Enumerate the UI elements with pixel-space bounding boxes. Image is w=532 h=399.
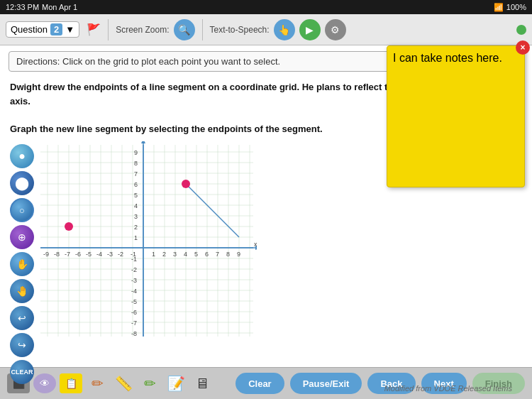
tool-clear[interactable]: CLEAR <box>10 360 34 384</box>
svg-text:1: 1 <box>134 234 138 241</box>
svg-text:-4: -4 <box>96 251 102 258</box>
svg-text:-6: -6 <box>75 251 81 258</box>
tts-section: Text-to-Speech: 👆 ▶ ⚙ <box>210 19 346 40</box>
svg-text:x: x <box>254 241 257 248</box>
question-number: 2 <box>50 23 62 35</box>
wifi-icon: 📶 <box>494 3 504 12</box>
svg-text:-6: -6 <box>131 309 137 316</box>
screen-zoom-section: Screen Zoom: 🔍 <box>116 19 194 40</box>
top-toolbar: Question 2 ▼ 🚩 Screen Zoom: 🔍 Text-to-Sp… <box>0 14 532 45</box>
svg-text:-3: -3 <box>107 251 113 258</box>
flag-icon[interactable]: 🚩 <box>87 23 101 36</box>
svg-line-78 <box>186 184 239 237</box>
tool-redo[interactable]: ↪ <box>10 333 34 357</box>
toolbar-divider-1 <box>108 19 109 40</box>
svg-text:7: 7 <box>216 251 219 258</box>
svg-text:-1: -1 <box>131 256 137 263</box>
question-label: Question <box>11 24 48 35</box>
question-selector[interactable]: Question 2 ▼ <box>6 21 79 38</box>
svg-text:1: 1 <box>152 251 155 258</box>
attribution: Modified from VDOE Released Items <box>10 384 522 394</box>
tools-panel: ● ⬤ ○ ⊕ ✋ 🤚 ↩ ↪ CLEAR <box>10 141 34 384</box>
dropdown-arrow: ▼ <box>65 24 74 35</box>
svg-text:2: 2 <box>162 251 166 258</box>
svg-text:-5: -5 <box>131 298 137 305</box>
svg-text:-8: -8 <box>131 330 137 337</box>
svg-text:8: 8 <box>134 160 138 167</box>
status-indicator <box>516 25 526 35</box>
svg-text:3: 3 <box>173 251 177 258</box>
point-2 <box>65 222 73 231</box>
svg-text:2: 2 <box>134 224 138 231</box>
tool-grab[interactable]: 🤚 <box>10 279 34 303</box>
svg-text:-5: -5 <box>86 251 92 258</box>
svg-text:3: 3 <box>134 213 138 220</box>
svg-text:-2: -2 <box>118 251 123 258</box>
svg-text:7: 7 <box>134 170 138 177</box>
tts-label: Text-to-Speech: <box>210 25 270 35</box>
tts-select-button[interactable]: 👆 <box>274 19 295 40</box>
notes-panel[interactable]: × I can take notes here. <box>387 45 525 187</box>
svg-text:5: 5 <box>134 192 138 199</box>
svg-text:6: 6 <box>134 181 138 188</box>
tool-pointer[interactable]: ● <box>10 144 34 168</box>
notes-content: I can take notes here. <box>393 52 502 64</box>
svg-text:9: 9 <box>237 251 240 258</box>
svg-text:-7: -7 <box>131 319 137 327</box>
status-time: 12:33 PM <box>6 3 39 11</box>
main-content: Directions: Click on the grid to plot ea… <box>0 45 532 367</box>
svg-text:-3: -3 <box>131 277 137 284</box>
svg-text:-2: -2 <box>131 266 137 273</box>
status-right: 📶 100% <box>494 3 526 12</box>
svg-text:4: 4 <box>134 202 138 209</box>
svg-text:-8: -8 <box>54 251 60 258</box>
tool-undo[interactable]: ↩ <box>10 306 34 330</box>
svg-text:8: 8 <box>226 251 230 258</box>
tool-lasso[interactable]: ○ <box>10 198 34 222</box>
svg-text:-7: -7 <box>65 251 70 258</box>
battery-label: 100% <box>506 3 526 11</box>
svg-text:4: 4 <box>184 251 187 258</box>
tool-eraser[interactable]: ⊕ <box>10 225 34 249</box>
svg-text:-9: -9 <box>43 251 49 258</box>
status-day: Mon Apr 1 <box>42 3 77 11</box>
question-part2: Graph the new line segment by selecting … <box>10 124 323 134</box>
svg-text:6: 6 <box>205 251 209 258</box>
attribution-text: Modified from VDOE Released Items <box>384 384 512 393</box>
tts-play-button[interactable]: ▶ <box>299 19 321 40</box>
status-bar: 12:33 PM Mon Apr 1 📶 100% <box>0 0 532 14</box>
svg-text:9: 9 <box>134 149 138 156</box>
zoom-button[interactable]: 🔍 <box>174 19 195 40</box>
notes-close-button[interactable]: × <box>516 40 530 55</box>
directions-text: Directions: Click on the grid to plot ea… <box>16 56 280 67</box>
svg-text:5: 5 <box>194 251 198 258</box>
tts-settings-button[interactable]: ⚙ <box>325 19 346 40</box>
svg-text:-4: -4 <box>131 288 137 295</box>
svg-marker-41 <box>141 141 145 143</box>
tool-select[interactable]: ⬤ <box>10 171 34 195</box>
tool-hand[interactable]: ✋ <box>10 252 34 276</box>
point-1 <box>182 180 190 188</box>
status-left: 12:33 PM Mon Apr 1 <box>6 3 77 11</box>
toolbar-divider-2 <box>202 19 203 40</box>
screen-zoom-label: Screen Zoom: <box>116 25 169 35</box>
coordinate-grid[interactable]: -9 -8 -7 -6 -5 -4 -3 -2 -1 1 2 3 4 5 6 7 <box>37 141 257 344</box>
